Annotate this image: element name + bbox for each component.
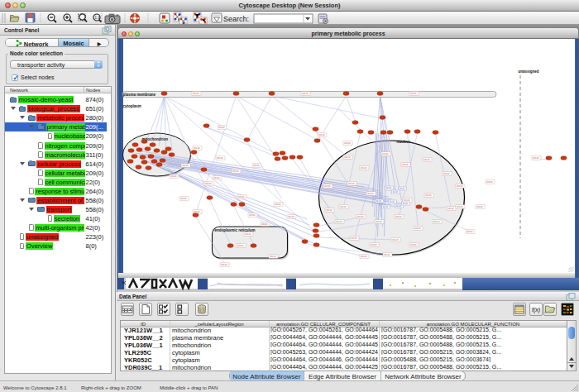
svg-text:xxx-xx: xxx-xx bbox=[533, 157, 539, 160]
svg-text:xx-xx: xx-xx bbox=[385, 187, 391, 189]
svg-text:xxx-xx: xxx-xx bbox=[361, 167, 367, 170]
svg-text:xxx-xx: xxx-xx bbox=[302, 93, 309, 95]
svg-text:xxx-xx: xxx-xx bbox=[414, 227, 421, 230]
svg-text:xxx-xx: xxx-xx bbox=[275, 203, 281, 206]
svg-text:xxx-xx: xxx-xx bbox=[221, 264, 227, 266]
svg-text:xxx-xx: xxx-xx bbox=[351, 237, 357, 240]
svg-text:xxx-xx: xxx-xx bbox=[218, 127, 225, 129]
svg-text:1:1: 1:1 bbox=[94, 16, 100, 20]
svg-text:xxx-xx: xxx-xx bbox=[180, 198, 187, 200]
svg-text:xxx-xx: xxx-xx bbox=[270, 256, 276, 258]
svg-text:xxx-xx: xxx-xx bbox=[253, 165, 260, 167]
svg-text:xxx-xx: xxx-xx bbox=[476, 206, 483, 208]
svg-text:xxx-xx: xxx-xx bbox=[410, 244, 417, 246]
svg-text:xx-xx: xx-xx bbox=[402, 203, 408, 205]
svg-text:xxx-xx: xxx-xx bbox=[371, 244, 377, 246]
svg-text:xxx-xx: xxx-xx bbox=[425, 194, 432, 197]
svg-text:xxx-xx: xxx-xx bbox=[249, 214, 256, 217]
svg-text:xxx-xx: xxx-xx bbox=[433, 221, 440, 223]
svg-text:xx-xx: xx-xx bbox=[392, 191, 398, 194]
svg-text:xxx-xx: xxx-xx bbox=[344, 156, 351, 159]
svg-text:xx-xx: xx-xx bbox=[399, 188, 404, 190]
svg-text:xxx-xx: xxx-xx bbox=[486, 181, 493, 184]
svg-text:xxx-xx: xxx-xx bbox=[443, 173, 450, 175]
svg-text:xxx-xx: xxx-xx bbox=[423, 159, 430, 161]
svg-text:xxx-xx: xxx-xx bbox=[245, 233, 251, 236]
svg-text:xxx-xx: xxx-xx bbox=[324, 185, 331, 188]
svg-text:xx-xx: xx-xx bbox=[382, 206, 388, 208]
svg-text:xxx-xx: xxx-xx bbox=[238, 196, 245, 198]
svg-text:xxx-xx: xxx-xx bbox=[344, 142, 351, 145]
svg-text:xxx-xx: xxx-xx bbox=[384, 254, 390, 256]
svg-text:xxx-xx: xxx-xx bbox=[457, 206, 463, 208]
svg-text:xxx-xx: xxx-xx bbox=[232, 170, 239, 173]
svg-text:xxx-xx: xxx-xx bbox=[348, 183, 355, 185]
svg-text:xxx-xx: xxx-xx bbox=[318, 134, 325, 136]
svg-text:xxx-xx: xxx-xx bbox=[410, 93, 417, 95]
svg-text:xxx-xx: xxx-xx bbox=[288, 216, 294, 218]
svg-text:Search:: Search: bbox=[223, 15, 249, 23]
svg-text:xxx-xx: xxx-xx bbox=[376, 221, 382, 223]
svg-text:endoplasmic reticulum: endoplasmic reticulum bbox=[214, 228, 255, 232]
svg-text:xxx-xx: xxx-xx bbox=[213, 177, 220, 179]
svg-text:xxx-xx: xxx-xx bbox=[340, 206, 347, 208]
svg-text:xxx-xx: xxx-xx bbox=[402, 164, 409, 166]
svg-text:xxx-xx: xxx-xx bbox=[367, 193, 374, 195]
svg-text:xxx-xx: xxx-xx bbox=[361, 256, 367, 258]
svg-text:xxx-xx: xxx-xx bbox=[170, 175, 177, 178]
svg-text:xxx-xx: xxx-xx bbox=[261, 223, 268, 226]
svg-text:xxx-xx: xxx-xx bbox=[326, 209, 333, 212]
svg-text:xx-xx: xx-xx bbox=[389, 201, 395, 203]
svg-text:cytoplasm: cytoplasm bbox=[122, 104, 141, 108]
svg-text:xxx-xx: xxx-xx bbox=[237, 245, 244, 247]
svg-text:xxx-xx: xxx-xx bbox=[194, 147, 200, 150]
svg-text:nucleus: nucleus bbox=[396, 140, 411, 144]
svg-text:xxx-xx: xxx-xx bbox=[382, 153, 389, 155]
svg-text:xxx-xx: xxx-xx bbox=[182, 165, 189, 167]
svg-text:xx-xx: xx-xx bbox=[395, 205, 401, 208]
svg-text:xxx-xx: xxx-xx bbox=[357, 216, 364, 218]
svg-text:xxx-xx: xxx-xx bbox=[205, 183, 212, 185]
svg-text:xxx-xx: xxx-xx bbox=[457, 185, 463, 188]
svg-text:xxx-xx: xxx-xx bbox=[467, 231, 473, 233]
svg-text:xx-xx: xx-xx bbox=[376, 200, 381, 203]
svg-text:plasma membrane: plasma membrane bbox=[122, 93, 156, 97]
svg-text:xxx-xx: xxx-xx bbox=[392, 239, 399, 241]
svg-text:xxx-xx: xxx-xx bbox=[447, 208, 454, 210]
svg-text:xxx-xx: xxx-xx bbox=[217, 157, 223, 160]
svg-text:xxx-xx: xxx-xx bbox=[336, 221, 342, 223]
svg-text:xxx-xx: xxx-xx bbox=[395, 216, 402, 218]
svg-text:xxx-xx: xxx-xx bbox=[193, 93, 199, 95]
svg-text:unassigned: unassigned bbox=[518, 69, 538, 74]
